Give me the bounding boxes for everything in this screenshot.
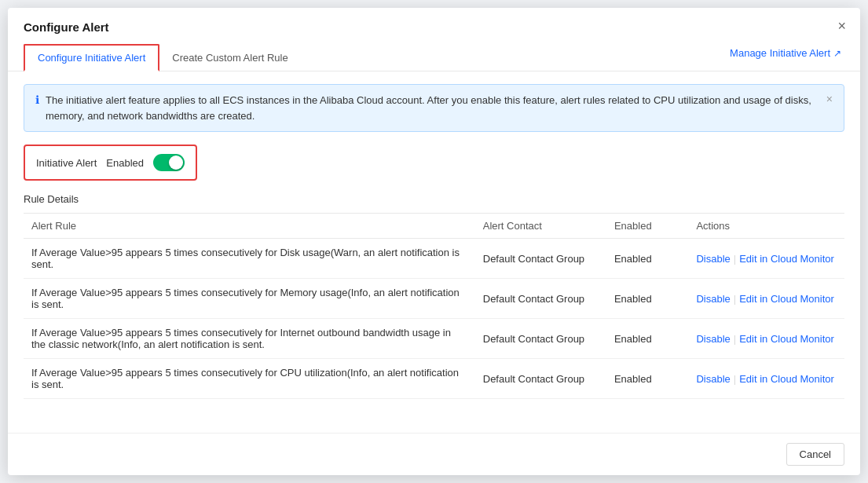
tab-configure-initiative[interactable]: Configure Initiative Alert <box>24 44 159 71</box>
disable-button-1[interactable]: Disable <box>696 293 730 305</box>
manage-initiative-label: Manage Initiative Alert <box>730 47 830 59</box>
cancel-button[interactable]: Cancel <box>786 443 844 466</box>
col-header-enabled: Enabled <box>606 214 689 239</box>
tab-create-custom[interactable]: Create Custom Alert Rule <box>159 44 300 71</box>
info-icon: ℹ <box>35 93 39 106</box>
disable-button-2[interactable]: Disable <box>696 333 730 345</box>
actions-cell-2: Disable|Edit in Cloud Monitor <box>688 319 844 359</box>
actions-cell-0: Disable|Edit in Cloud Monitor <box>688 239 844 279</box>
actions-cell-1: Disable|Edit in Cloud Monitor <box>688 279 844 319</box>
action-separator-3: | <box>734 373 736 385</box>
info-banner-text: The initiative alert feature applies to … <box>46 93 820 123</box>
initiative-alert-status: Enabled <box>106 157 144 169</box>
close-banner-button[interactable]: × <box>826 93 833 105</box>
tabs-row: Configure Initiative Alert Create Custom… <box>24 43 844 71</box>
manage-initiative-link[interactable]: Manage Initiative Alert ↗ <box>730 47 841 67</box>
tabs-container: Configure Initiative Alert Create Custom… <box>24 43 301 71</box>
rule-cell-0: If Average Value>95 appears 5 times cons… <box>24 239 475 279</box>
modal-title: Configure Alert <box>24 20 844 34</box>
actions-cell-3: Disable|Edit in Cloud Monitor <box>688 359 844 399</box>
enabled-cell-0: Enabled <box>606 239 689 279</box>
edit-cloud-monitor-button-1[interactable]: Edit in Cloud Monitor <box>739 293 834 305</box>
col-header-actions: Actions <box>688 214 844 239</box>
col-header-alert-rule: Alert Rule <box>24 214 475 239</box>
rule-details-title: Rule Details <box>24 193 844 205</box>
contact-cell-3: Default Contact Group <box>475 359 606 399</box>
close-button[interactable]: × <box>837 19 846 33</box>
info-banner: ℹ The initiative alert feature applies t… <box>24 84 844 132</box>
table-row: If Average Value>95 appears 5 times cons… <box>24 359 844 399</box>
initiative-alert-row: Initiative Alert Enabled <box>24 145 197 181</box>
contact-cell-0: Default Contact Group <box>475 239 606 279</box>
rule-cell-2: If Average Value>95 appears 5 times cons… <box>24 319 475 359</box>
enabled-cell-1: Enabled <box>606 279 689 319</box>
rule-details-table: Alert Rule Alert Contact Enabled Actions… <box>24 213 844 399</box>
external-link-icon: ↗ <box>833 48 841 59</box>
contact-cell-1: Default Contact Group <box>475 279 606 319</box>
edit-cloud-monitor-button-2[interactable]: Edit in Cloud Monitor <box>739 333 834 345</box>
col-header-alert-contact: Alert Contact <box>475 214 606 239</box>
enabled-cell-2: Enabled <box>606 319 689 359</box>
edit-cloud-monitor-button-3[interactable]: Edit in Cloud Monitor <box>739 373 834 385</box>
modal-footer: Cancel <box>8 433 860 475</box>
modal-header: Configure Alert × Configure Initiative A… <box>8 8 860 71</box>
initiative-alert-label: Initiative Alert <box>36 157 97 169</box>
action-separator-0: | <box>734 253 736 265</box>
table-row: If Average Value>95 appears 5 times cons… <box>24 279 844 319</box>
rule-cell-1: If Average Value>95 appears 5 times cons… <box>24 279 475 319</box>
contact-cell-2: Default Contact Group <box>475 319 606 359</box>
table-row: If Average Value>95 appears 5 times cons… <box>24 239 844 279</box>
enabled-cell-3: Enabled <box>606 359 689 399</box>
initiative-alert-toggle[interactable] <box>153 154 185 171</box>
table-header-row: Alert Rule Alert Contact Enabled Actions <box>24 214 844 239</box>
modal-body: ℹ The initiative alert feature applies t… <box>8 71 860 433</box>
configure-alert-modal: Configure Alert × Configure Initiative A… <box>8 8 860 475</box>
table-row: If Average Value>95 appears 5 times cons… <box>24 319 844 359</box>
action-separator-2: | <box>734 333 736 345</box>
action-separator-1: | <box>734 293 736 305</box>
edit-cloud-monitor-button-0[interactable]: Edit in Cloud Monitor <box>739 253 834 265</box>
disable-button-3[interactable]: Disable <box>696 373 730 385</box>
disable-button-0[interactable]: Disable <box>696 253 730 265</box>
rule-cell-3: If Average Value>95 appears 5 times cons… <box>24 359 475 399</box>
